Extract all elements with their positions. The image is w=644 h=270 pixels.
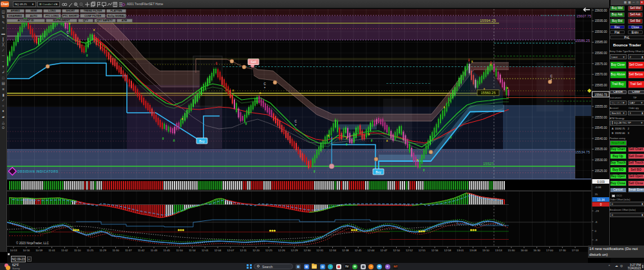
svg-text:12:31: 12:31: [316, 249, 323, 252]
svg-text:17:53: 17:53: [572, 249, 579, 252]
svg-text:-0.06: -0.06: [595, 186, 602, 189]
svg-text:Buy: Buy: [199, 139, 205, 143]
svg-text:12:38: 12:38: [342, 249, 349, 252]
svg-text:11:54: 11:54: [189, 249, 196, 252]
svg-text:16:00: 16:00: [520, 249, 527, 252]
svg-text:11:30: 11:30: [112, 249, 119, 252]
svg-text:⇧: ⇧: [245, 122, 247, 126]
svg-text:⇩: ⇩: [468, 58, 470, 62]
svg-text:15595.00: 15595.00: [595, 19, 608, 23]
svg-text:12:20: 12:20: [252, 249, 260, 252]
svg-text:Buy: Buy: [375, 170, 381, 174]
svg-text:15:30: 15:30: [508, 249, 515, 252]
svg-text:15575.00: 15575.00: [595, 63, 608, 66]
svg-text:⇧: ⇧: [86, 53, 88, 57]
svg-text:⇧: ⇧: [450, 135, 452, 139]
svg-text:15590.00: 15590.00: [595, 30, 608, 34]
svg-text:Sell: Sell: [251, 60, 256, 64]
svg-text:15550.00: 15550.00: [595, 116, 608, 119]
svg-text:⇧: ⇧: [162, 137, 164, 140]
svg-text:12:30: 12:30: [304, 249, 311, 252]
svg-text:12:55: 12:55: [419, 249, 426, 252]
svg-text:11:43: 11:43: [151, 249, 158, 252]
svg-text:13:01: 13:01: [457, 249, 464, 252]
svg-text:11:42: 11:42: [138, 249, 145, 252]
svg-text:15530.00: 15530.00: [595, 159, 608, 162]
svg-text:10:56: 10:56: [23, 249, 30, 252]
svg-text:-9: -9: [595, 238, 598, 242]
svg-text:15560.73: 15560.73: [594, 93, 607, 97]
svg-text:12:50: 12:50: [393, 249, 400, 252]
svg-text:11:29: 11:29: [99, 249, 106, 252]
svg-text:15586.25: 15586.25: [575, 39, 590, 43]
svg-text:12:26: 12:26: [278, 249, 285, 252]
svg-text:15545.00: 15545.00: [595, 126, 608, 130]
svg-text:12:56: 12:56: [431, 249, 439, 252]
svg-text:0.009: 0.009: [597, 180, 605, 184]
svg-text:▼: ▼: [294, 124, 296, 126]
svg-text:35: 35: [595, 193, 598, 196]
svg-text:⇧: ⇧: [173, 139, 175, 142]
svg-text:12:25: 12:25: [265, 249, 272, 252]
svg-text:15560.25: 15560.25: [481, 91, 496, 95]
svg-text:⇩: ⇩: [215, 61, 218, 65]
svg-text:15600.00: 15600.00: [595, 9, 608, 12]
svg-text:15535.00: 15535.00: [595, 148, 608, 151]
svg-text:16:30: 16:30: [533, 249, 540, 252]
svg-text:12:44: 12:44: [368, 249, 375, 252]
svg-text:⇧: ⇧: [370, 139, 373, 142]
svg-text:11:01: 11:01: [48, 249, 55, 252]
svg-text:▼: ▼: [550, 79, 552, 81]
svg-text:13:53: 13:53: [495, 249, 502, 252]
svg-text:15540.00: 15540.00: [595, 137, 608, 140]
svg-text:15565.00: 15565.00: [595, 84, 608, 87]
svg-text:11:02: 11:02: [61, 249, 68, 252]
svg-text:17:00: 17:00: [546, 249, 553, 252]
svg-text:▼: ▼: [263, 86, 265, 89]
svg-text:12:29: 12:29: [291, 249, 298, 252]
svg-text:15570.00: 15570.00: [595, 73, 608, 76]
svg-text:15534.75: 15534.75: [575, 150, 590, 154]
svg-text:12:07: 12:07: [227, 249, 234, 252]
svg-text:10:59: 10:59: [35, 249, 43, 252]
svg-text:⇧: ⇧: [345, 142, 348, 146]
svg-text:© 2023 NinjaTrader, LLC: © 2023 NinjaTrader, LLC: [16, 241, 49, 245]
svg-text:11:45: 11:45: [164, 249, 171, 252]
svg-text:13:08: 13:08: [469, 249, 477, 252]
svg-text:11:37: 11:37: [125, 249, 132, 252]
svg-text:12:41: 12:41: [355, 249, 362, 252]
svg-text:15525.00: 15525.00: [595, 169, 608, 173]
svg-text:11:10: 11:10: [74, 249, 81, 252]
svg-text:⇧: ⇧: [313, 169, 316, 173]
svg-text:12:58: 12:58: [444, 249, 451, 252]
svg-text:15585.00: 15585.00: [595, 41, 608, 44]
svg-text:15555.00: 15555.00: [595, 105, 608, 108]
svg-text:12:47: 12:47: [380, 249, 387, 252]
svg-text:15527: 15527: [483, 162, 494, 166]
svg-text:12:01: 12:01: [202, 249, 209, 252]
svg-text:15580.00: 15580.00: [595, 52, 608, 55]
svg-text:-6: -6: [595, 220, 598, 224]
svg-text:12:04: 12:04: [214, 249, 222, 252]
svg-text:11:50: 11:50: [176, 249, 183, 252]
svg-text:OBSIDIAN INDICATORS: OBSIDIAN INDICATORS: [17, 170, 59, 173]
svg-text:12:52: 12:52: [406, 249, 413, 252]
svg-text:-29: -29: [595, 209, 600, 213]
svg-text:12:34: 12:34: [329, 249, 336, 252]
svg-text:13.34: 13.34: [597, 198, 605, 202]
svg-text:11:25: 11:25: [87, 249, 94, 252]
svg-text:⇧: ⇧: [422, 168, 425, 172]
svg-text:10:53: 10:53: [10, 249, 17, 252]
svg-text:▼: ▼: [66, 35, 68, 37]
svg-text:15607.75: 15607.75: [576, 14, 591, 18]
svg-text:0: 0: [600, 203, 602, 206]
svg-text:⇩: ⇩: [489, 61, 492, 64]
svg-text:13:10: 13:10: [482, 249, 489, 252]
svg-text:17:30: 17:30: [559, 249, 566, 252]
svg-text:12:11: 12:11: [240, 249, 247, 252]
